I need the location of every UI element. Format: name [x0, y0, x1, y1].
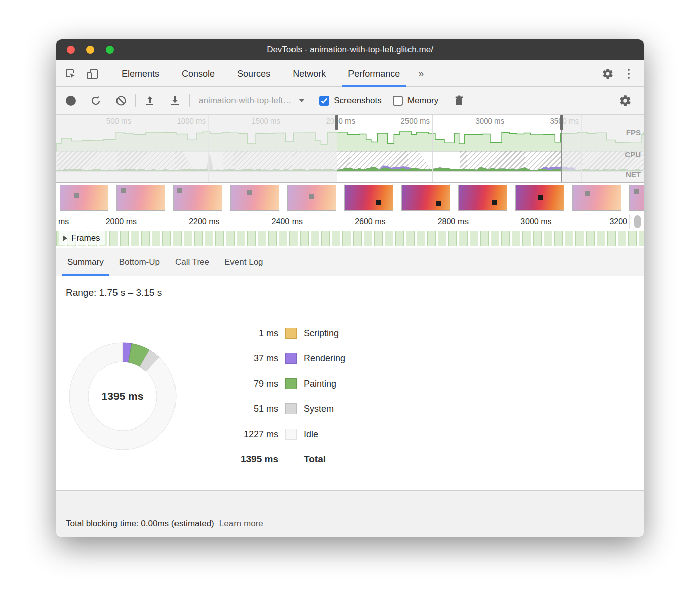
legend-row: 79 msPainting: [218, 371, 345, 396]
screenshot-thumbnail[interactable]: [629, 185, 644, 211]
ruler-tick-label: 2200 ms: [189, 214, 221, 229]
device-toolbar-icon[interactable]: [85, 66, 100, 81]
animated-box-marker: [74, 193, 79, 198]
legend-row: 1 msScripting: [218, 321, 345, 346]
ruler-tick-label: 2800 ms: [438, 214, 471, 229]
record-button[interactable]: [62, 92, 80, 110]
screenshots-checkbox-label[interactable]: Screenshots: [334, 96, 382, 106]
ruler-tick-label: ms: [58, 214, 69, 229]
trash-icon[interactable]: [450, 92, 469, 110]
time-ruler: ms2000 ms2200 ms2400 ms2600 ms2800 ms300…: [56, 214, 644, 229]
time-breakdown-donut: 1395 ms: [68, 342, 177, 451]
detail-tab-bar: Summary Bottom-Up Call Tree Event Log: [56, 248, 644, 276]
overview-gridline: [507, 115, 507, 182]
legend-label: Rendering: [304, 353, 345, 364]
selection-right-handle[interactable]: [560, 115, 563, 130]
tab-bottom-up[interactable]: Bottom-Up: [111, 248, 167, 276]
ruler-gridline: [629, 214, 630, 229]
title-bar: DevTools - animation-with-top-left.glitc…: [56, 39, 644, 60]
animated-box-marker: [538, 195, 543, 200]
animated-box-marker: [309, 194, 314, 199]
tab-sources[interactable]: Sources: [226, 60, 281, 87]
ruler-tick-label: 3000 ms: [520, 214, 553, 229]
ruler-tick-label: 3200: [609, 214, 629, 229]
selection-left-handle[interactable]: [335, 115, 338, 130]
frames-track-label: Frames: [71, 233, 100, 243]
summary-panel: Range: 1.75 s – 3.15 s 1395 ms 1 msScrip…: [56, 276, 644, 490]
tab-elements[interactable]: Elements: [110, 60, 170, 87]
animated-box-marker: [634, 189, 639, 194]
scrollbar-thumb[interactable]: [634, 215, 641, 228]
clear-icon[interactable]: [112, 92, 130, 110]
net-lane-label: NET: [626, 170, 641, 179]
animated-box-marker: [436, 201, 441, 206]
screenshot-thumbnail[interactable]: [458, 185, 507, 211]
memory-checkbox[interactable]: [393, 96, 403, 106]
total-blocking-time-text: Total blocking time: 0.00ms (estimated): [66, 519, 214, 529]
memory-checkbox-label[interactable]: Memory: [407, 96, 438, 106]
save-profile-icon[interactable]: [166, 92, 184, 110]
profile-select[interactable]: animation-with-top-left…: [195, 96, 309, 106]
screen: DevTools - animation-with-top-left.glitc…: [0, 0, 700, 611]
ruler-tick-label: 2600 ms: [355, 214, 387, 229]
screenshot-thumbnail[interactable]: [401, 185, 450, 211]
tab-call-tree[interactable]: Call Tree: [167, 248, 217, 276]
expand-triangle-icon[interactable]: [63, 235, 67, 241]
legend-row: 1227 msIdle: [218, 421, 345, 447]
tab-network[interactable]: Network: [281, 60, 337, 87]
load-profile-icon[interactable]: [141, 92, 159, 110]
screenshot-thumbnail[interactable]: [287, 185, 336, 211]
chevron-down-icon: [299, 99, 305, 102]
screenshot-thumbnail[interactable]: [230, 185, 279, 211]
separator: [589, 67, 589, 80]
timeline-overview[interactable]: 500 ms1000 ms1500 ms2000 ms2500 ms3000 m…: [56, 115, 644, 183]
overview-dim-left: [56, 115, 337, 182]
screenshot-thumbnail[interactable]: [344, 185, 393, 211]
cpu-lane-label: CPU: [625, 150, 641, 159]
tab-performance[interactable]: Performance: [337, 60, 411, 87]
legend-label: Scripting: [304, 328, 339, 339]
overview-tick-label: 2500 ms: [400, 115, 432, 127]
legend-label: Total: [304, 454, 326, 465]
tab-console[interactable]: Console: [170, 60, 226, 87]
screenshots-checkbox[interactable]: [319, 96, 329, 106]
legend-value: 37 ms: [218, 353, 278, 364]
overview-gridline: [432, 115, 433, 182]
kebab-menu-icon[interactable]: [621, 66, 636, 81]
capture-settings-gear-icon[interactable]: [616, 92, 634, 110]
screenshot-thumbnail[interactable]: [173, 185, 222, 211]
devtools-tab-bar: Elements Console Sources Network Perform…: [56, 60, 644, 87]
frame-bars: [56, 231, 644, 246]
legend-swatch-spacer: [285, 454, 297, 465]
legend-value: 1395 ms: [218, 454, 278, 465]
ruler-gridline: [139, 214, 139, 229]
ruler-gridline: [471, 214, 471, 229]
legend-value: 1 ms: [218, 328, 278, 339]
performance-toolbar: animation-with-top-left… Screenshots Mem…: [56, 87, 644, 115]
frames-track-header[interactable]: Frames: [59, 231, 105, 245]
screenshot-thumbnail[interactable]: [572, 185, 621, 211]
legend-total-row: 1395 msTotal: [218, 447, 345, 472]
animated-box-marker: [585, 191, 590, 196]
status-footer: Total blocking time: 0.00ms (estimated) …: [56, 510, 644, 537]
legend-label: Idle: [304, 429, 318, 440]
reload-and-record-icon[interactable]: [87, 92, 105, 110]
screenshot-thumbnail[interactable]: [116, 185, 165, 211]
overview-gridline: [358, 115, 358, 182]
overview-tick-label: 3000 ms: [475, 115, 507, 127]
separator: [189, 94, 190, 107]
separator: [314, 94, 314, 107]
tab-event-log[interactable]: Event Log: [217, 248, 271, 276]
donut-legend: 1 msScripting37 msRendering79 msPainting…: [218, 321, 345, 472]
screenshot-thumbnail[interactable]: [60, 185, 108, 211]
more-tabs-icon[interactable]: »: [411, 68, 431, 79]
inspect-element-icon[interactable]: [63, 66, 78, 81]
tab-summary[interactable]: Summary: [60, 248, 111, 276]
screenshot-thumbnail[interactable]: [515, 185, 564, 211]
ruler-gridline: [305, 214, 305, 229]
legend-swatch: [285, 328, 297, 339]
settings-gear-icon[interactable]: [600, 66, 615, 81]
ruler-gridline: [388, 214, 388, 229]
frames-track: Frames: [56, 229, 644, 248]
learn-more-link[interactable]: Learn more: [219, 519, 263, 529]
